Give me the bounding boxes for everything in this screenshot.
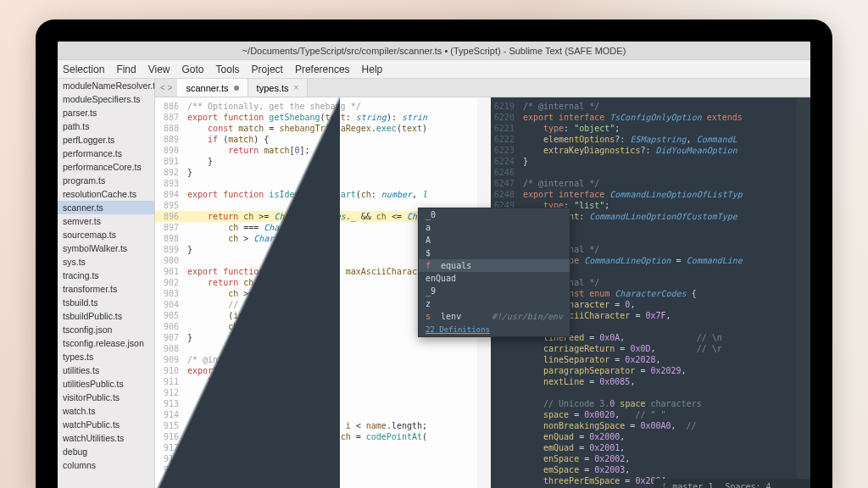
menu-view[interactable]: View — [148, 64, 170, 75]
laptop-frame: ~/Documents/TypeScript/src/compiler/scan… — [36, 19, 832, 488]
sidebar-item[interactable]: path.ts — [58, 119, 154, 133]
sidebar-item[interactable]: utilities.ts — [58, 363, 154, 377]
sidebar-item[interactable]: performanceCore.ts — [58, 160, 154, 174]
sidebar-item[interactable]: semver.ts — [58, 214, 154, 228]
tab-scanner-ts[interactable]: scanner.ts — [177, 79, 248, 97]
sidebar-item[interactable]: watchUtilities.ts — [58, 431, 154, 445]
autocomplete-popup[interactable]: _0aA$f equalsenQuad_9zs lenv#!/usr/bin/e… — [418, 208, 570, 337]
ac-item[interactable]: a — [419, 221, 570, 234]
tab-strip: < > scanner.tstypes.ts× — [155, 79, 810, 97]
ac-footer[interactable]: 22 Definitions — [419, 323, 570, 336]
tab-types-ts[interactable]: types.ts× — [248, 79, 309, 97]
sidebar-item[interactable]: program.ts — [58, 174, 154, 187]
ac-item[interactable]: _0 — [419, 208, 570, 221]
sidebar-item[interactable]: tsbuild.ts — [58, 296, 154, 309]
nav-back-forward[interactable]: < > — [155, 83, 177, 92]
sidebar-item[interactable]: tracing.ts — [58, 269, 154, 282]
sidebar-item[interactable]: watchPublic.ts — [58, 418, 154, 431]
sidebar-item[interactable]: parser.ts — [58, 106, 154, 119]
sidebar-item[interactable]: visitorPublic.ts — [58, 391, 154, 404]
dirty-dot-icon — [234, 86, 239, 91]
sidebar-item[interactable]: performance.ts — [58, 147, 154, 160]
status-bar: ᚴ master 1 Spaces: 4 — [654, 479, 810, 488]
menu-help[interactable]: Help — [362, 64, 383, 75]
ac-item[interactable]: A — [419, 234, 570, 247]
ac-item[interactable]: enQuad — [419, 272, 570, 285]
menu-project[interactable]: Project — [252, 64, 283, 75]
menu-selection[interactable]: Selection — [63, 64, 104, 75]
sidebar-item[interactable]: debug — [58, 445, 154, 458]
menu-tools[interactable]: Tools — [216, 64, 240, 75]
branch-indicator[interactable]: ᚴ master 1 — [662, 481, 713, 489]
menu-find[interactable]: Find — [116, 64, 136, 75]
sidebar-item[interactable]: moduleSpecifiers.ts — [58, 92, 154, 106]
sidebar-item[interactable]: tsconfig.release.json — [58, 336, 154, 350]
workspace: moduleNameResolver.tsmoduleSpecifiers.ts… — [58, 79, 810, 488]
sidebar-item[interactable]: resolutionCache.ts — [58, 187, 154, 201]
ac-item[interactable]: f equals — [419, 259, 570, 272]
close-icon[interactable]: × — [294, 83, 299, 92]
ac-item[interactable]: $ — [419, 247, 570, 259]
menu-bar: SelectionFindViewGotoToolsProjectPrefere… — [58, 60, 810, 79]
sidebar-item[interactable]: sourcemap.ts — [58, 228, 154, 241]
sidebar-item[interactable]: scanner.ts — [58, 201, 154, 214]
sidebar-item[interactable]: moduleNameResolver.ts — [58, 79, 154, 92]
menu-goto[interactable]: Goto — [182, 64, 204, 75]
gutter-left: 886 887 888 889 890 891 892 893 894 895 … — [155, 97, 184, 488]
spaces-indicator[interactable]: Spaces: 4 — [725, 481, 771, 489]
file-sidebar[interactable]: moduleNameResolver.tsmoduleSpecifiers.ts… — [58, 79, 155, 488]
sidebar-item[interactable]: columns — [58, 458, 154, 472]
ac-item[interactable]: z — [419, 297, 570, 310]
menu-preferences[interactable]: Preferences — [295, 64, 350, 75]
minimap-right[interactable] — [797, 97, 810, 488]
sidebar-item[interactable]: utilitiesPublic.ts — [58, 377, 154, 391]
sidebar-item[interactable]: tsconfig.json — [58, 323, 154, 336]
window-title: ~/Documents/TypeScript/src/compiler/scan… — [58, 42, 810, 60]
sidebar-item[interactable]: tsbuildPublic.ts — [58, 309, 154, 323]
ac-item[interactable]: _9 — [419, 285, 570, 297]
sidebar-item[interactable]: watch.ts — [58, 404, 154, 418]
editor-panes: 886 887 888 889 890 891 892 893 894 895 … — [155, 97, 810, 488]
ac-item[interactable]: s lenv#!/usr/bin/env — [419, 310, 570, 323]
sidebar-item[interactable]: perfLogger.ts — [58, 133, 154, 147]
sidebar-item[interactable]: transformer.ts — [58, 282, 154, 296]
editor-area: < > scanner.tstypes.ts× 886 887 888 889 … — [155, 79, 810, 488]
sidebar-item[interactable]: types.ts — [58, 350, 154, 363]
sidebar-item[interactable]: sys.ts — [58, 255, 154, 269]
screen: ~/Documents/TypeScript/src/compiler/scan… — [58, 42, 810, 488]
title-text: ~/Documents/TypeScript/src/compiler/scan… — [242, 46, 626, 56]
sidebar-item[interactable]: symbolWalker.ts — [58, 241, 154, 255]
